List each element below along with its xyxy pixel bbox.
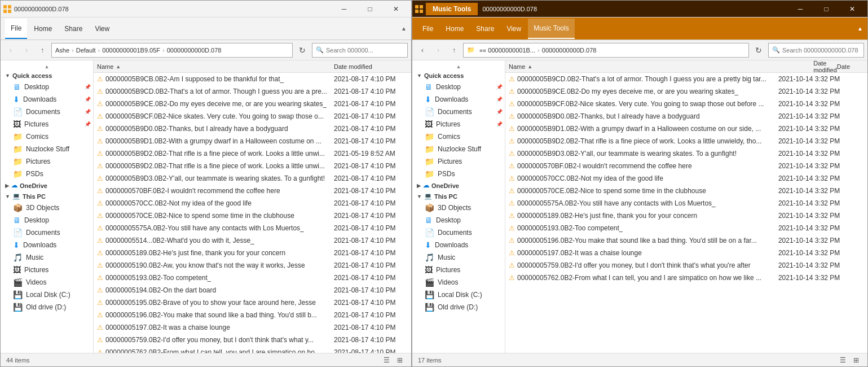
- left-ribbon-file[interactable]: File: [5, 19, 27, 39]
- left-ribbon-expand[interactable]: ▲: [401, 25, 407, 32]
- left-address-path[interactable]: Ashe › Default › 00000000001B9.05F › 000…: [51, 43, 293, 58]
- left-col-date-header[interactable]: Date modified: [334, 63, 408, 70]
- right-file-row[interactable]: ⚠ 0000000570BF.0B2-I wouldn't recommend …: [505, 160, 867, 172]
- right-file-row[interactable]: ⚠ 00000005B9CE.0B2-Do my eyes deceive me…: [505, 85, 867, 98]
- left-ribbon-view[interactable]: View: [89, 19, 115, 39]
- left-refresh-button[interactable]: ↻: [295, 43, 310, 58]
- right-sidebar-old-drive[interactable]: 💾 Old drive (D:): [412, 301, 505, 313]
- right-file-row[interactable]: ⚠ 00000005B9D3.0B2-Y'all, our teammate i…: [505, 147, 867, 160]
- left-file-list-scroll[interactable]: Name ▲ Date modified ⚠ 00000005B9CB.0B2-…: [94, 60, 411, 353]
- left-search-box[interactable]: 🔍: [312, 43, 408, 58]
- right-sidebar-3dobjects[interactable]: 📦 3D Objects: [412, 202, 505, 214]
- right-file-row[interactable]: ⚠ 00000005B9D1.0B2-With a grumpy dwarf i…: [505, 123, 867, 135]
- left-sidebar-videos[interactable]: 🎬 Videos: [1, 276, 93, 289]
- right-file-row[interactable]: ⚠ 0000000570CE.0B2-Nice to spend some ti…: [505, 185, 867, 197]
- right-file-row[interactable]: ⚠ 00000005193.0B2-Too competent_ 2021-10…: [505, 222, 867, 234]
- right-col-name-header[interactable]: Name ▲: [509, 63, 813, 70]
- left-sidebar-downloads2[interactable]: ⬇ Downloads: [1, 239, 93, 251]
- left-search-input[interactable]: [326, 47, 404, 54]
- right-file-row[interactable]: ⚠ 00000005189.0B2-He's just fine, thank …: [505, 209, 867, 222]
- left-close-button[interactable]: ✕: [383, 1, 409, 18]
- right-back-button[interactable]: ‹: [416, 43, 429, 57]
- right-maximize-button[interactable]: □: [813, 1, 839, 18]
- left-sidebar-item-comics[interactable]: 📁 Comics: [1, 130, 93, 143]
- right-forward-button[interactable]: ›: [431, 43, 445, 57]
- left-path-part-4[interactable]: 00000000000D.078: [167, 47, 222, 54]
- right-minimize-button[interactable]: ─: [787, 1, 813, 18]
- left-sidebar-quick-access[interactable]: ▼ Quick access: [1, 71, 93, 81]
- left-file-row[interactable]: ⚠ 00000005B9CD.0B2-That's a lot of armor…: [94, 85, 411, 98]
- right-ribbon-view[interactable]: View: [501, 19, 527, 39]
- left-file-row[interactable]: ⚠ 00000005B9D0.0B2-Thanks, but I already…: [94, 123, 411, 135]
- right-refresh-button[interactable]: ↻: [751, 43, 766, 58]
- left-file-row[interactable]: ⚠ 00000005514...0B2-What'd you do with i…: [94, 234, 411, 247]
- right-path-part-2[interactable]: 00000000000D.078: [542, 47, 597, 54]
- left-file-row[interactable]: ⚠ 00000005B9D2.0B2-That rifle is a fine …: [94, 160, 411, 172]
- left-file-row[interactable]: ⚠ 00000005193.0B2-Too competent_ 2021-08…: [94, 272, 411, 284]
- right-sidebar-item-pictures[interactable]: 🖼 Pictures 📌: [412, 118, 505, 130]
- right-sidebar-item-psds[interactable]: 📁 PSDs: [412, 168, 505, 180]
- left-file-row[interactable]: ⚠ 0000000570CC.0B2-Not my idea of the go…: [94, 197, 411, 209]
- left-file-row[interactable]: ⚠ 00000005575A.0B2-You still have any co…: [94, 222, 411, 234]
- left-file-row[interactable]: ⚠ 00000005190.0B2-Aw, you know that's no…: [94, 259, 411, 272]
- right-ribbon-home[interactable]: Home: [440, 19, 469, 39]
- left-file-row[interactable]: ⚠ 00000005B9D3.0B2-Y'all, our teammate i…: [94, 172, 411, 185]
- right-sidebar-desktop2[interactable]: 🖥 Desktop: [412, 214, 505, 226]
- left-col-name-header[interactable]: Name ▲: [97, 63, 334, 70]
- left-file-row[interactable]: ⚠ 00000005189.0B2-He's just fine, thank …: [94, 247, 411, 259]
- left-sidebar-music[interactable]: 🎵 Music: [1, 251, 93, 264]
- right-sidebar-item-downloads[interactable]: ⬇ Downloads 📌: [412, 93, 505, 106]
- right-ribbon-share[interactable]: Share: [470, 19, 500, 39]
- right-sidebar-pictures3[interactable]: 🖼 Pictures: [412, 264, 505, 276]
- right-file-row[interactable]: ⚠ 00000005B9CF.0B2-Nice skates. Very cut…: [505, 98, 867, 110]
- right-path-part-1[interactable]: «« 00000000001B...: [479, 47, 535, 54]
- left-sidebar-item-psds[interactable]: 📁 PSDs: [1, 168, 93, 180]
- right-sidebar-item-nuzlocke[interactable]: 📁 Nuzlocke Stuff: [412, 143, 505, 155]
- right-file-row[interactable]: ⚠ 0000000570CC.0B2-Not my idea of the go…: [505, 172, 867, 185]
- left-file-row[interactable]: ⚠ 00000005197.0B2-It was a chaise lounge…: [94, 321, 411, 334]
- right-file-row[interactable]: ⚠ 00000005762.0B2-From what I can tell, …: [505, 272, 867, 284]
- left-view-grid-btn[interactable]: ⊞: [394, 355, 406, 366]
- right-col-date-header[interactable]: Date modified: [813, 60, 837, 73]
- left-sidebar-pictures3[interactable]: 🖼 Pictures: [1, 264, 93, 276]
- left-file-row[interactable]: ⚠ 00000005195.0B2-Brave of you to show y…: [94, 296, 411, 309]
- right-sidebar-item-desktop[interactable]: 🖥 Desktop 📌: [412, 81, 505, 93]
- right-file-row[interactable]: ⚠ 00000005B9D0.0B2-Thanks, but I already…: [505, 110, 867, 123]
- left-file-row[interactable]: ⚠ 00000005196.0B2-You make that sound li…: [94, 309, 411, 321]
- left-sidebar-onedrive[interactable]: ▶ ☁ OneDrive: [1, 180, 93, 191]
- right-address-path[interactable]: 📁 «« 00000000001B... › 00000000000D.078: [463, 43, 749, 58]
- left-sidebar-item-pictures2[interactable]: 📁 Pictures: [1, 155, 93, 168]
- left-forward-button[interactable]: ›: [20, 43, 33, 57]
- right-file-row[interactable]: ⚠ 00000005197.0B2-It was a chaise lounge…: [505, 247, 867, 259]
- right-sidebar-documents2[interactable]: 📄 Documents: [412, 226, 505, 239]
- left-path-part-2[interactable]: Default: [76, 47, 96, 54]
- right-sidebar-downloads2[interactable]: ⬇ Downloads: [412, 239, 505, 251]
- right-close-button[interactable]: ✕: [839, 1, 865, 18]
- right-sidebar-local-disk[interactable]: 💾 Local Disk (C:): [412, 289, 505, 301]
- right-file-row[interactable]: ⚠ 00000005575A.0B2-You still have any co…: [505, 197, 867, 209]
- right-up-button[interactable]: ↑: [447, 43, 461, 57]
- left-up-button[interactable]: ↑: [36, 43, 49, 57]
- left-path-part-1[interactable]: Ashe: [55, 47, 69, 54]
- left-file-row[interactable]: ⚠ 00000005B9D1.0B2-With a grumpy dwarf i…: [94, 135, 411, 147]
- left-sidebar-documents2[interactable]: 📄 Documents: [1, 226, 93, 239]
- left-ribbon-home[interactable]: Home: [28, 19, 58, 39]
- left-maximize-button[interactable]: □: [357, 1, 383, 18]
- right-sidebar-music[interactable]: 🎵 Music: [412, 251, 505, 264]
- left-file-row[interactable]: ⚠ 00000005194.0B2-On the dart board 2021…: [94, 284, 411, 296]
- left-path-part-3[interactable]: 00000000001B9.05F: [102, 47, 160, 54]
- right-search-box[interactable]: 🔍: [768, 43, 864, 58]
- right-sidebar-onedrive[interactable]: ▶ ☁ OneDrive: [412, 180, 505, 191]
- left-sidebar-local-disk[interactable]: 💾 Local Disk (C:): [1, 289, 93, 301]
- left-file-row[interactable]: ⚠ 00000005762.0B2-From what I can tell, …: [94, 346, 411, 353]
- left-sidebar-item-pictures[interactable]: 🖼 Pictures 📌: [1, 118, 93, 130]
- right-file-row[interactable]: ⚠ 00000005196.0B2-You make that sound li…: [505, 234, 867, 247]
- right-file-row[interactable]: ⚠ 00000005B9D2.0B2-That rifle is a fine …: [505, 135, 867, 147]
- right-sidebar-quick-access[interactable]: ▼ Quick access: [412, 71, 505, 81]
- left-file-row[interactable]: ⚠ 00000005B9D2.0B2-That rifle is a fine …: [94, 147, 411, 160]
- right-sidebar-videos[interactable]: 🎬 Videos: [412, 276, 505, 289]
- left-sidebar-3dobjects[interactable]: 📦 3D Objects: [1, 202, 93, 214]
- left-sidebar-desktop2[interactable]: 🖥 Desktop: [1, 214, 93, 226]
- right-sidebar-item-comics[interactable]: 📁 Comics: [412, 130, 505, 143]
- right-ribbon-file[interactable]: File: [417, 19, 439, 39]
